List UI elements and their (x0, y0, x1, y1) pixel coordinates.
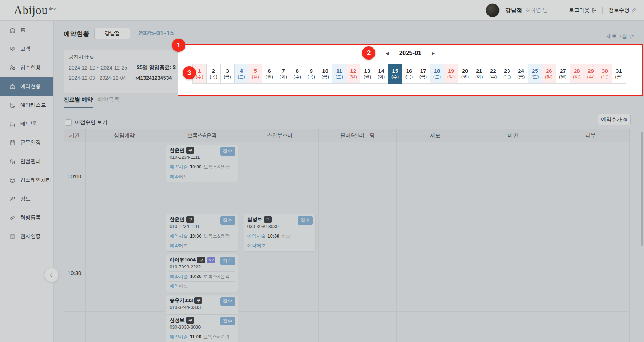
day-number: 28 (574, 68, 580, 74)
calendar-day-30[interactable]: 30(목) (598, 64, 612, 84)
calendar-day-9[interactable]: 9(목) (304, 64, 318, 84)
day-number: 19 (448, 68, 454, 74)
day-number: 20 (462, 68, 468, 74)
calendar-day-18[interactable]: 18(토) (430, 64, 444, 84)
calendar-day-10[interactable]: 10(금) (318, 64, 332, 84)
day-number: 10 (322, 68, 328, 74)
calendar-day-31[interactable]: 31(금) (612, 64, 626, 84)
day-weekday: (월) (266, 74, 273, 79)
calendar-day-11[interactable]: 11(토) (332, 64, 346, 84)
day-number: 21 (476, 68, 482, 74)
day-number: 23 (504, 68, 510, 74)
day-number: 17 (420, 68, 426, 74)
calendar-day-19[interactable]: 19(일) (444, 64, 458, 84)
day-number: 29 (588, 68, 594, 74)
calendar-day-13[interactable]: 13(월) (360, 64, 374, 84)
day-weekday: (일) (447, 74, 455, 79)
day-number: 11 (336, 68, 342, 74)
calendar-day-6[interactable]: 6(월) (262, 64, 276, 84)
day-weekday: (토) (336, 74, 343, 79)
day-number: 25 (532, 68, 538, 74)
day-number: 31 (616, 68, 622, 74)
day-weekday: (목) (308, 74, 315, 79)
day-number: 1 (198, 68, 201, 74)
calendar-day-3[interactable]: 3(금) (220, 64, 235, 84)
day-number: 22 (490, 68, 496, 74)
day-weekday: (금) (615, 74, 622, 79)
calendar-day-2[interactable]: 2(목) (206, 64, 221, 84)
day-number: 18 (434, 68, 440, 74)
day-weekday: (수) (489, 74, 497, 79)
calendar-day-7[interactable]: 7(화) (276, 64, 290, 84)
calendar-day-25[interactable]: 25(토) (528, 64, 542, 84)
day-weekday: (토) (238, 74, 245, 79)
day-number: 16 (406, 68, 412, 74)
day-number: 6 (268, 68, 271, 74)
day-number: 12 (350, 68, 357, 74)
calendar-day-5[interactable]: 5(일) (248, 64, 262, 84)
day-weekday: (토) (433, 74, 441, 79)
calendar-day-17[interactable]: 17(금) (416, 64, 430, 84)
day-weekday: (일) (350, 74, 357, 79)
calendar-day-22[interactable]: 22(수) (486, 64, 500, 84)
calendar-day-27[interactable]: 27(월) (556, 64, 570, 84)
day-weekday: (월) (559, 74, 566, 79)
calendar-day-4[interactable]: 4(토) (234, 64, 248, 84)
day-number: 7 (282, 68, 285, 74)
day-weekday: (수) (294, 74, 301, 79)
day-weekday: (토) (531, 74, 539, 79)
day-weekday: (목) (210, 74, 217, 79)
day-weekday: (목) (601, 74, 608, 79)
calendar-day-23[interactable]: 23(목) (500, 64, 514, 84)
calendar-day-28[interactable]: 28(화) (570, 64, 584, 84)
day-weekday: (금) (419, 74, 427, 79)
prev-month-icon[interactable]: ◀ (385, 51, 389, 56)
calendar-day-12[interactable]: 12(일) (346, 64, 360, 84)
day-weekday: (목) (405, 74, 413, 79)
day-number: 15 (392, 68, 398, 74)
day-weekday: (화) (475, 74, 483, 79)
annotation-badge-1: 1 (172, 39, 185, 52)
day-number: 9 (310, 68, 313, 74)
calendar-month-label: 2025-01 (399, 50, 422, 57)
day-weekday: (목) (503, 74, 511, 79)
day-weekday: (월) (461, 74, 469, 79)
calendar-day-strip: 1(수)2(목)3(금)4(토)5(일)6(월)7(화)8(수)9(목)10(금… (192, 64, 626, 84)
calendar-day-29[interactable]: 29(수) (584, 64, 598, 84)
day-number: 14 (378, 68, 384, 74)
day-number: 8 (296, 68, 299, 74)
day-weekday: (일) (252, 74, 259, 79)
day-weekday: (화) (378, 74, 385, 79)
calendar-day-21[interactable]: 21(화) (472, 64, 486, 84)
day-number: 24 (518, 68, 524, 74)
calendar-day-14[interactable]: 14(화) (374, 64, 388, 84)
day-weekday: (수) (391, 74, 399, 79)
day-number: 30 (602, 68, 608, 74)
calendar-day-24[interactable]: 24(금) (514, 64, 528, 84)
day-number: 13 (364, 68, 371, 74)
calendar-day-20[interactable]: 20(월) (458, 64, 472, 84)
calendar-day-26[interactable]: 26(일) (542, 64, 556, 84)
annotation-badge-3: 3 (183, 66, 196, 79)
day-number: 3 (226, 68, 229, 74)
next-month-icon[interactable]: ▶ (432, 51, 435, 56)
day-weekday: (금) (224, 74, 231, 79)
day-number: 5 (254, 68, 257, 74)
day-number: 2 (212, 68, 215, 74)
day-weekday: (금) (517, 74, 525, 79)
calendar-day-8[interactable]: 8(수) (290, 64, 304, 84)
day-weekday: (화) (280, 74, 287, 79)
day-weekday: (금) (322, 74, 329, 79)
calendar-day-16[interactable]: 16(목) (402, 64, 416, 84)
calendar-month-nav: ◀ 2025-01 ▶ (178, 50, 642, 57)
calendar-day-15[interactable]: 15(수) (388, 64, 402, 84)
day-weekday: (화) (573, 74, 580, 79)
day-number: 4 (240, 68, 243, 74)
day-weekday: (수) (196, 74, 203, 79)
day-number: 26 (546, 68, 552, 74)
annotation-badge-2: 2 (362, 46, 375, 60)
day-number: 27 (560, 68, 566, 74)
day-weekday: (월) (364, 74, 371, 79)
day-weekday: (일) (545, 74, 552, 79)
calendar-strip-panel: ◀ 2025-01 ▶ 1(수)2(목)3(금)4(토)5(일)6(월)7(화)… (178, 44, 643, 96)
